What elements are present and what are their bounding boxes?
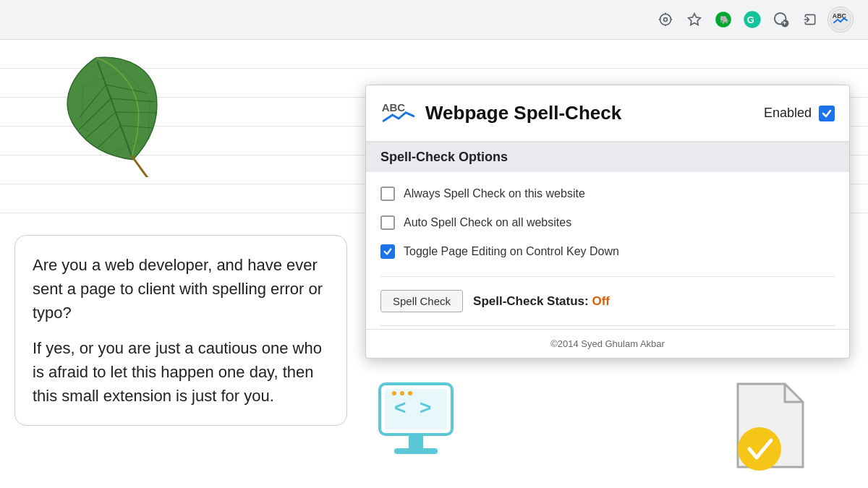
text-bubble: Are you a web developer, and have ever s… [14,235,347,426]
location-icon[interactable] [654,8,677,31]
svg-point-35 [738,427,781,471]
options-header: Spell-Check Options [366,142,849,172]
svg-rect-30 [409,435,423,449]
option-auto-check[interactable]: Auto Spell Check on all websites [380,208,835,237]
extensions-icon[interactable] [799,8,822,31]
status-value: Off [592,294,610,308]
svg-text:🐘: 🐘 [720,14,730,25]
evernote-icon[interactable]: 🐘 [712,8,735,31]
always-check-checkbox[interactable] [380,187,395,201]
auto-check-checkbox[interactable] [380,215,395,230]
toggle-edit-checkbox[interactable] [380,244,395,259]
svg-marker-6 [689,14,701,25]
grammarly-icon[interactable]: G [741,8,764,31]
svg-text:G: G [747,14,754,25]
search-globe-icon[interactable]: + [770,8,793,31]
status-text: Spell-Check Status: Off [473,294,610,309]
popup-title: Webpage Spell-Check [425,102,755,124]
svg-point-0 [664,18,668,22]
always-check-label: Always Spell Check on this website [404,187,585,200]
bubble-text-2: If yes, or you are just a cautious one w… [33,336,329,408]
spellcheck-row: Spell Check Spell-Check Status: Off [366,280,849,322]
page-content: Are you a web developer, and have ever s… [0,40,868,488]
option-always-check[interactable]: Always Spell Check on this website [380,179,835,208]
svg-text:+: + [783,20,786,27]
enabled-checkbox[interactable] [819,106,835,121]
browser-toolbar: 🐘 G + ABC [0,0,868,40]
abc-extension-icon[interactable]: ABC [827,7,854,33]
options-divider [380,276,835,277]
star-icon[interactable] [683,8,706,31]
popup-footer: ©2014 Syed Ghulam Akbar [366,329,849,358]
svg-point-32 [392,391,396,395]
computer-icon: < > [369,377,463,474]
svg-point-1 [660,14,671,25]
bubble-text-1: Are you a web developer, and have ever s… [33,253,329,325]
footer-divider [380,325,835,326]
svg-text:<: < [394,396,406,419]
spell-check-button[interactable]: Spell Check [380,290,463,312]
enabled-section: Enabled [764,106,835,121]
option-toggle-edit[interactable]: Toggle Page Editing on Control Key Down [380,237,835,266]
svg-point-33 [400,391,404,395]
svg-rect-31 [394,448,438,454]
enabled-label: Enabled [764,106,812,121]
popup-logo: ABC [380,97,417,129]
popup-header: ABC Webpage Spell-Check Enabled [366,85,849,142]
svg-text:ABC: ABC [382,101,406,114]
svg-text:>: > [420,396,431,419]
options-list: Always Spell Check on this website Auto … [366,172,849,273]
document-check-icon [723,377,825,481]
toggle-edit-label: Toggle Page Editing on Control Key Down [404,245,619,258]
popup-panel: ABC Webpage Spell-Check Enabled Spell-Ch… [365,85,850,359]
svg-point-34 [408,391,412,395]
auto-check-label: Auto Spell Check on all websites [404,216,571,229]
leaf-illustration [43,47,260,184]
